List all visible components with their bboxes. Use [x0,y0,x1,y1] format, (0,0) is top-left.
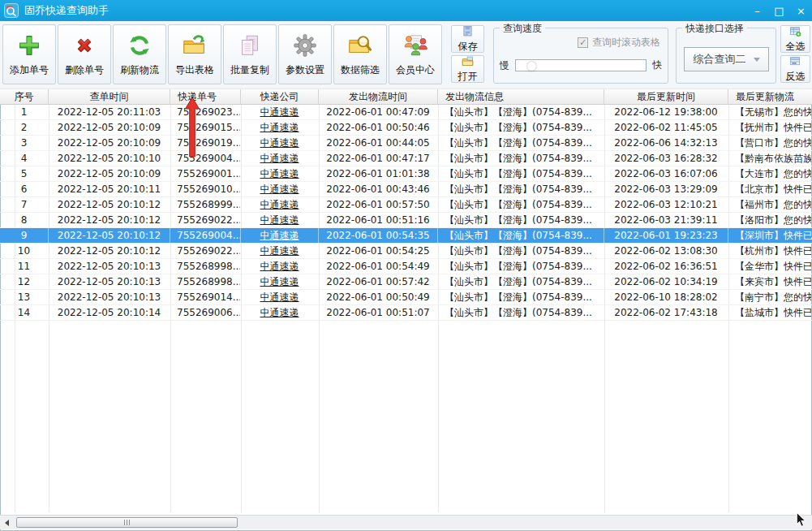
group-title: 快递接口选择 [682,22,747,36]
delete-order-button[interactable]: 删除单号 [58,24,111,84]
table-row[interactable]: 92022-12-05 20:10:12755269004...中通速递2022… [0,228,812,244]
copy-icon [237,32,263,61]
close-button[interactable]: × [790,0,812,21]
table-cell: 2022-06-01 00:51:07 [319,305,438,320]
open-button[interactable]: 打开 [451,55,484,83]
settings-icon [292,32,318,61]
speed-slider-thumb[interactable] [527,62,536,71]
table-cell: 755269022... [170,244,241,258]
export-table-button[interactable]: 导出表格 [168,24,221,84]
table-cell: 755269023... [170,105,241,119]
button-label: 反选 [786,70,806,84]
export-icon [182,32,208,61]
table-cell: 10 [0,244,49,258]
table-row[interactable]: 32022-12-05 20:10:09755269019...中通速递2022… [0,136,812,151]
column-header[interactable]: 发出物流信息 [438,89,604,104]
column-header[interactable]: 序号 [0,89,49,104]
add-order-button[interactable]: 添加单号 [2,24,56,84]
table-row[interactable]: 102022-12-05 20:10:12755269022...中通速递202… [0,244,812,259]
table-cell: 【盐城市】快件已到 [728,305,812,320]
table-row[interactable]: 82022-12-05 20:10:12755269022...中通速递2022… [0,213,812,228]
table-cell: 【营口市】您的快递 [728,136,812,150]
table-cell: 12 [0,274,49,289]
maximize-button[interactable]: □ [768,0,790,21]
save-button[interactable]: 保存 [451,25,484,53]
refresh-logistics-button[interactable]: 刷新物流 [113,24,166,84]
column-header[interactable]: 快递公司 [241,89,319,104]
checkbox-label: 查询时滚动表格 [592,36,660,50]
column-header[interactable]: 查单时间 [49,89,170,104]
table-row[interactable]: 132022-12-05 20:10:13755269014...中通速递202… [0,290,812,305]
table-cell: 中通速递 [241,166,319,181]
table-row[interactable]: 42022-12-05 20:10:10755269004...中通速递2022… [0,151,812,166]
table-cell: 【汕头市】【澄海】(0754-839... [438,259,604,274]
window-title: 固乔快递查询助手 [24,3,109,18]
table-cell: 2022-06-03 16:07:06 [604,166,728,181]
table-cell: 中通速递 [241,228,319,243]
table-cell: 6 [0,182,49,196]
table-cell: 2022-06-02 17:43:18 [604,305,728,320]
table-row[interactable]: 52022-12-05 20:10:09755269001...中通速递2022… [0,166,812,182]
table-cell: 2022-12-05 20:10:11 [49,182,170,196]
toolbar: 添加单号 删除单号 刷新物流 导出表格 批量复制 参数设置 [0,21,812,89]
table-cell: 【大连市】您的快递 [728,166,812,181]
column-header[interactable]: 最后更新时间 [604,89,728,104]
table-row[interactable]: 72022-12-05 20:10:12755268999...中通速递2022… [0,197,812,213]
table-row[interactable]: 142022-12-05 20:10:14755269006...中通速递202… [0,305,812,321]
column-header[interactable]: 发出物流时间 [319,89,438,104]
table-cell: 中通速递 [241,290,319,304]
table-cell: 755269019... [170,136,241,150]
table-row[interactable]: 112022-12-05 20:10:13755268998...中通速递202… [0,259,812,274]
table-cell: 2022-06-01 00:57:42 [319,274,438,289]
horizontal-scrollbar[interactable] [0,515,812,529]
scrollbar-thumb[interactable] [16,517,238,528]
table-cell: 【南宁市】您的快递 [728,290,812,304]
table-cell: 2022-06-01 00:50:49 [319,290,438,304]
table-cell: 中通速递 [241,213,319,227]
speed-slider[interactable] [515,59,647,71]
invert-selection-button[interactable]: 反选 [780,55,810,83]
table-cell: 2022-06-01 01:01:38 [319,166,438,181]
select-all-button[interactable]: 全选 [780,25,810,53]
minimize-button[interactable]: – [746,0,768,21]
annotation-arrow-up-icon [184,97,200,161]
table-row[interactable]: 22022-12-05 20:10:09755269015...中通速递2022… [0,120,812,136]
table-cell: 13 [0,290,49,304]
table-cell: 2022-12-05 20:10:09 [49,166,170,181]
table-row[interactable]: 62022-12-05 20:10:11755269010...中通速递2022… [0,182,812,197]
button-label: 数据筛选 [341,63,380,77]
column-header[interactable]: 最后更新物流 [728,89,812,104]
table-cell: 中通速递 [241,244,319,258]
table-cell: 9 [0,228,49,243]
settings-button[interactable]: 参数设置 [278,24,332,84]
button-label: 打开 [458,70,478,84]
table-cell: 中通速递 [241,274,319,289]
table-cell: 755269004... [170,228,241,243]
member-center-button[interactable]: 会员中心 [389,24,442,84]
button-label: 导出表格 [175,63,214,77]
table-cell: 【汕头市】【澄海】(0754-839... [438,213,604,227]
table-cell: 2022-06-03 13:29:09 [604,182,728,196]
scroll-left-button[interactable] [0,516,14,529]
data-filter-button[interactable]: 数据筛选 [333,24,387,84]
table-cell: 2022-06-01 00:54:35 [319,228,438,243]
table-row[interactable]: 122022-12-05 20:10:13755268998...中通速递202… [0,274,812,290]
table-cell: 2022-06-01 00:50:46 [319,120,438,135]
table-cell: 2022-06-12 19:38:00 [604,105,728,119]
table-row[interactable]: 12022-12-05 20:11:03755269023...中通速递2022… [0,105,812,120]
interface-dropdown[interactable]: 综合查询二 [684,47,769,71]
open-icon [462,55,474,70]
button-label: 会员中心 [396,63,435,77]
delete-icon [71,32,97,61]
table-cell: 【汕头市】【澄海】(0754-839... [438,244,604,258]
table-cell: 【来宾市】快件已到 [728,274,812,289]
table-cell: 2022-06-10 18:28:02 [604,290,728,304]
table-header: 序号查单时间快递单号快递公司发出物流时间发出物流信息最后更新时间最后更新物流 [0,89,812,105]
table-cell: 【汕头市】【澄海】(0754-839... [438,274,604,289]
table-cell: 【抚州市】快件已到 [728,120,812,135]
batch-copy-button[interactable]: 批量复制 [223,24,277,84]
column-header[interactable]: 快递单号 [170,89,241,104]
scroll-table-checkbox[interactable]: ✓ [578,37,588,48]
table-cell: 【洛阳市】您的快递 [728,213,812,227]
table-cell: 【汕头市】【澄海】(0754-839... [438,136,604,150]
